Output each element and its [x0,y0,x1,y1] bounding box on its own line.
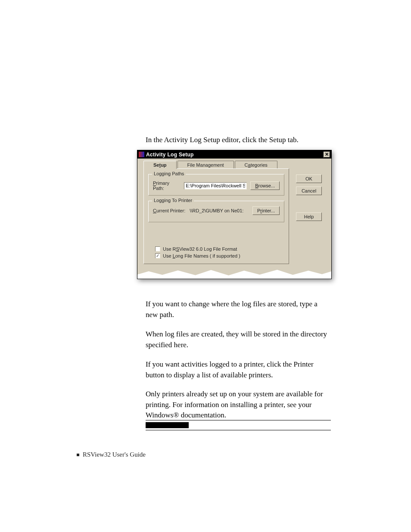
footer-text: RSView32 User's Guide [83,451,146,458]
primary-path-label: Primary Path: [153,180,181,191]
checkbox-long-file-names-label: Use Long File Names ( if supported ) [163,253,240,258]
page-footer: RSView32 User's Guide [77,451,146,458]
close-icon[interactable]: ✕ [324,152,330,158]
footer-bullet-icon [77,454,79,456]
paragraph-1: If you want to change where the log file… [146,299,331,320]
groupbox-logging-paths: Primary Path: Browse... [148,174,284,196]
tab-categories-label: Categories [245,162,268,168]
checkbox-rsview32-format[interactable] [155,246,160,252]
checkbox-long-file-names[interactable]: ✓ [155,253,160,258]
groupbox-logging-to-printer: Current Printer: \\RD_2\GUMBY on Ne01: P… [148,201,284,222]
paragraph-2: When log files are created, they will be… [146,329,331,350]
tab-setup-label: Setup [153,162,167,168]
tab-file-management[interactable]: File Management [177,161,234,169]
current-printer-label: Current Printer: [153,208,185,213]
torn-edge-decoration [137,268,332,279]
tab-panel-setup: Primary Path: Browse... Current Printer:… [143,168,289,264]
tab-setup[interactable]: Setup [143,161,177,169]
ok-button[interactable]: OK [296,174,322,183]
app-icon [139,152,144,157]
titlebar: Activity Log Setup ✕ [137,150,331,159]
paragraph-3: If you want activities logged to a print… [146,359,331,380]
intro-paragraph: In the Activity Log Setup editor, click … [146,135,331,146]
browse-button[interactable]: Browse... [250,181,280,190]
separator-block [146,420,331,430]
cancel-button[interactable]: Cancel [296,187,322,195]
window-title: Activity Log Setup [146,152,194,158]
current-printer-value: \\RD_2\GUMBY on Ne01: [190,208,243,213]
activity-log-setup-screenshot: Activity Log Setup ✕ Setup File Manageme… [137,150,332,279]
paragraph-4: Only printers already set up on your sys… [146,389,331,421]
checkbox-rsview32-format-label: Use RSView32 6.0 Log File Format [163,246,237,252]
printer-button[interactable]: Printer... [252,206,280,215]
primary-path-input[interactable] [184,182,247,190]
help-button[interactable]: Help [296,212,322,221]
redacted-bar [146,422,189,428]
tab-categories[interactable]: Categories [235,161,277,169]
